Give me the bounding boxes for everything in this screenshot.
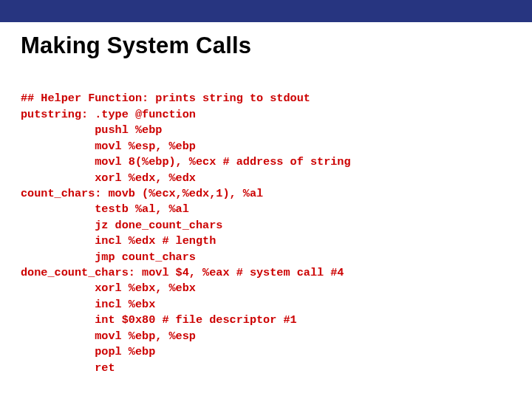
- code-line: ## Helper Function: prints string to std…: [21, 92, 310, 105]
- code-line: popl %ebp: [21, 345, 155, 358]
- code-line: jmp count_chars: [21, 250, 196, 264]
- code-line: done_count_chars: movl $4, %eax # system…: [21, 266, 344, 279]
- code-line: incl %ebx: [21, 298, 155, 311]
- code-line: ret: [21, 361, 115, 375]
- header-band: [0, 0, 532, 22]
- slide-body: Making System Calls ## Helper Function: …: [0, 33, 532, 392]
- code-line: pushl %ebp: [21, 123, 162, 137]
- code-line: count_chars: movb (%ecx,%edx,1), %al: [21, 187, 263, 200]
- code-line: testb %al, %al: [21, 202, 189, 216]
- code-line: movl %ebp, %esp: [21, 330, 196, 343]
- code-line: movl 8(%ebp), %ecx # address of string: [21, 155, 351, 168]
- code-line: xorl %edx, %edx: [21, 171, 196, 185]
- code-line: int $0x80 # file descriptor #1: [21, 313, 297, 327]
- code-line: jz done_count_chars: [21, 219, 222, 232]
- code-line: putstring: .type @function: [21, 108, 196, 121]
- slide-title: Making System Calls: [21, 33, 511, 59]
- code-line: incl %edx # length: [21, 234, 216, 248]
- code-line: xorl %ebx, %ebx: [21, 282, 196, 295]
- code-line: movl %esp, %ebp: [21, 140, 196, 153]
- code-block: ## Helper Function: prints string to std…: [21, 75, 511, 392]
